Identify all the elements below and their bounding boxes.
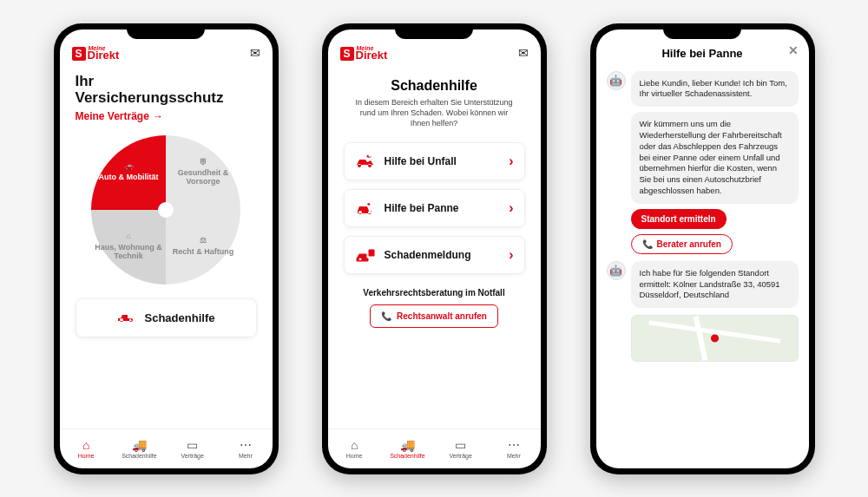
home-icon: ⌂ <box>351 439 358 451</box>
chat-title: Hilfe bei Panne <box>661 47 742 60</box>
page-subtitle: In diesem Bereich erhalten Sie Unterstüt… <box>344 97 525 128</box>
chat-header: Hilfe bei Panne ✕ <box>596 29 809 66</box>
wheel-segment-auto[interactable]: 🚗 Auto & Mobilität <box>91 135 166 210</box>
tab-bar: ⌂ Home 🚚 Schadenhilfe ▭ Verträge ⋯ Mehr <box>60 428 273 468</box>
card-panne[interactable]: Hilfe bei Panne › <box>344 189 525 227</box>
phone-icon: 📞 <box>642 239 653 249</box>
home-icon: ⌂ <box>82 439 89 451</box>
chevron-right-icon: › <box>509 200 513 216</box>
wheel-segment-health[interactable]: ⛨ Gesundheit & Vorsorge <box>166 135 240 210</box>
wheel-segment-legal[interactable]: ⚖ Recht & Haftung <box>166 210 240 284</box>
bot-avatar: 🤖 <box>607 261 626 280</box>
app-header: S Meine Direkt ✉ <box>328 29 541 64</box>
screen-chat: Hilfe bei Panne ✕ 🤖 Liebe Kundin, lieber… <box>596 29 809 468</box>
close-icon[interactable]: ✕ <box>788 43 799 57</box>
shield-icon: ⛨ <box>200 158 207 167</box>
chat-message: Liebe Kundin, lieber Kunde! Ich bin Tom,… <box>631 71 799 108</box>
tab-bar: ⌂ Home 🚚 Schadenhilfe ▭ Verträge ⋯ Mehr <box>328 428 541 468</box>
schadenhilfe-button[interactable]: Schadenhilfe <box>76 298 257 337</box>
sparkasse-s-icon: S <box>340 47 354 61</box>
app-header: S Meine Direkt ✉ <box>60 29 273 64</box>
bot-avatar: 🤖 <box>607 71 626 90</box>
sparkasse-s-icon: S <box>72 47 86 61</box>
my-contracts-link[interactable]: Meine Verträge→ <box>76 110 163 122</box>
call-advisor-button[interactable]: 📞 Berater anrufen <box>631 234 733 254</box>
chevron-right-icon: › <box>509 247 513 263</box>
tab-mehr[interactable]: ⋯ Mehr <box>219 429 272 468</box>
screen-schadenhilfe: S Meine Direkt ✉ Schadenhilfe In diesem … <box>328 29 541 468</box>
report-icon <box>355 248 376 262</box>
document-icon: ▭ <box>455 439 466 451</box>
tow-truck-icon <box>117 311 136 325</box>
more-icon: ⋯ <box>508 439 520 451</box>
tab-vertraege[interactable]: ▭ Verträge <box>166 429 219 468</box>
tab-vertraege[interactable]: ▭ Verträge <box>434 429 487 468</box>
screen-home: S Meine Direkt ✉ Ihr Versicherungsschutz… <box>60 29 273 468</box>
locate-button[interactable]: Standort ermitteln <box>631 209 727 229</box>
document-icon: ▭ <box>187 439 198 451</box>
arrow-right-icon: → <box>153 110 163 122</box>
page-title: Ihr Versicherungsschutz <box>76 73 257 107</box>
call-lawyer-button[interactable]: 📞 Rechtsanwalt anrufen <box>370 304 498 328</box>
chevron-right-icon: › <box>509 154 513 169</box>
chat-message: Ich habe für Sie folgenden Standort ermi… <box>631 261 799 308</box>
phone-icon: 📞 <box>381 311 391 321</box>
wheel-segment-home[interactable]: ⌂ Haus, Wohnung & Technik <box>91 210 166 284</box>
tow-truck-icon: 🚚 <box>400 439 415 451</box>
mail-icon[interactable]: ✉ <box>518 46 529 60</box>
brand-logo[interactable]: S Meine Direkt <box>340 45 388 61</box>
scales-icon: ⚖ <box>200 237 207 245</box>
card-meldung[interactable]: Schadenmeldung › <box>344 236 525 274</box>
brand-logo[interactable]: S Meine Direkt <box>72 45 120 61</box>
tow-truck-icon: 🚚 <box>132 439 147 451</box>
phone-frame-1: S Meine Direkt ✉ Ihr Versicherungsschutz… <box>54 23 279 474</box>
chat-message: Wir kümmern uns um die Wiederherstellung… <box>631 112 799 204</box>
house-icon: ⌂ <box>126 232 130 241</box>
tab-schadenhilfe[interactable]: 🚚 Schadenhilfe <box>381 429 434 468</box>
mail-icon[interactable]: ✉ <box>250 46 260 60</box>
location-map[interactable] <box>631 315 799 362</box>
brand-name: Direkt <box>88 49 120 62</box>
breakdown-icon <box>355 201 376 215</box>
subheading: Verkehrsrechtsberatung im Notfall <box>344 288 525 298</box>
tab-schadenhilfe[interactable]: 🚚 Schadenhilfe <box>113 429 166 468</box>
card-unfall[interactable]: Hilfe bei Unfall › <box>344 142 525 180</box>
category-wheel: 🚗 Auto & Mobilität ⛨ Gesundheit & Vorsor… <box>91 135 240 284</box>
more-icon: ⋯ <box>240 439 252 451</box>
phone-frame-3: Hilfe bei Panne ✕ 🤖 Liebe Kundin, lieber… <box>590 23 815 474</box>
tab-home[interactable]: ⌂ Home <box>328 429 381 468</box>
tab-mehr[interactable]: ⋯ Mehr <box>487 429 540 468</box>
phone-frame-2: S Meine Direkt ✉ Schadenhilfe In diesem … <box>322 23 547 474</box>
tab-home[interactable]: ⌂ Home <box>60 429 113 468</box>
crash-icon <box>355 154 376 168</box>
page-title: Schadenhilfe <box>344 78 525 94</box>
car-icon: 🚗 <box>124 162 134 171</box>
